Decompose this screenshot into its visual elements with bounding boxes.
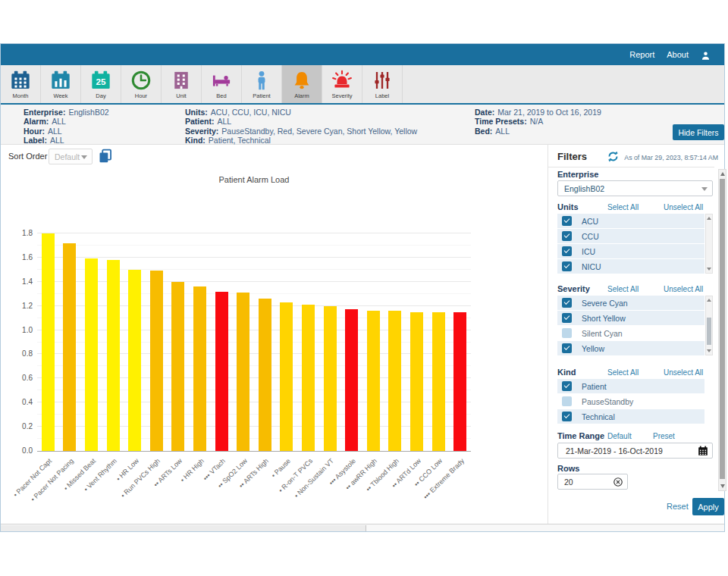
scroll-up-icon[interactable] [707, 217, 711, 220]
units-list-scrollbar[interactable] [705, 214, 713, 274]
horizontal-scrollbar-thumb[interactable] [1, 525, 366, 531]
time-range-preset-link[interactable]: Preset [653, 432, 675, 440]
units-unselect-all-link[interactable]: Unselect All [664, 203, 703, 211]
scroll-down-icon[interactable] [707, 268, 711, 271]
about-link[interactable]: About [667, 50, 689, 59]
filter-option-label: Silent Cyan [582, 329, 623, 338]
scrollbar-thumb[interactable] [707, 318, 711, 345]
gridline [37, 330, 471, 330]
bar [324, 306, 337, 451]
y-axis-label: 0.8 [10, 349, 33, 358]
filter-option-label: Technical [582, 412, 615, 421]
toolbar-item-severity[interactable]: Severity [322, 65, 362, 103]
scroll-down-icon[interactable] [707, 349, 711, 352]
y-axis-label: 0.4 [10, 398, 33, 406]
gridline [37, 245, 471, 246]
y-axis-label: 1.6 [10, 253, 33, 261]
user-icon[interactable] [701, 50, 711, 60]
kind-unselect-all-link[interactable]: Unselect All [664, 368, 703, 377]
sort-order-select[interactable]: Default [49, 149, 93, 164]
severity-select-all-link[interactable]: Select All [607, 285, 639, 293]
severity-icon [331, 69, 353, 92]
clear-icon[interactable] [613, 477, 623, 487]
scroll-up-icon[interactable] [720, 172, 725, 176]
checkbox[interactable] [562, 216, 572, 226]
vertical-scrollbar[interactable] [718, 169, 726, 491]
filter-summary-strip: Enterprise:EnglishB02Alarm:ALLHour:ALLLa… [1, 105, 724, 145]
toolbar-item-alarm[interactable]: Alarm [282, 65, 322, 103]
summary-field-value: ALL [495, 127, 510, 136]
toolbar-item-label: Patient [253, 92, 270, 99]
y-axis-label: 1.2 [10, 302, 33, 310]
summary-field: Severity:PauseStandby, Red, Severe Cyan,… [185, 127, 417, 136]
summary-field: Enterprise:EnglishB02 [24, 108, 109, 117]
rows-input[interactable]: 20 [557, 474, 628, 490]
scroll-down-icon[interactable] [720, 484, 725, 488]
toolbar-item-unit[interactable]: Unit [162, 65, 202, 103]
summary-field: Units:ACU, CCU, ICU, NICU [185, 108, 417, 117]
severity-list-scrollbar[interactable] [705, 296, 713, 355]
toolbar-item-month[interactable]: Month [1, 65, 41, 103]
kind-select-all-link[interactable]: Select All [607, 368, 639, 377]
reset-button[interactable]: Reset [667, 502, 689, 511]
filter-option-icu[interactable]: ICU [557, 244, 704, 258]
gridline [37, 233, 471, 233]
checkbox[interactable] [562, 246, 572, 256]
filter-option-short-yellow[interactable]: Short Yellow [557, 311, 704, 325]
units-select-all-link[interactable]: Select All [607, 203, 639, 211]
y-axis-label: 0.6 [10, 374, 33, 382]
summary-field-value: ALL [48, 127, 62, 136]
toolbar-item-patient[interactable]: Patient [242, 65, 282, 103]
gridline [37, 281, 471, 282]
filter-option-severe-cyan[interactable]: Severe Cyan [557, 296, 704, 310]
y-axis-label: 1.0 [10, 326, 33, 334]
vertical-scrollbar-thumb[interactable] [720, 179, 725, 479]
toolbar-item-week[interactable]: Week [41, 65, 81, 103]
checkbox[interactable] [562, 381, 572, 391]
filters-panel-title: Filters [557, 151, 587, 162]
scroll-up-icon[interactable] [707, 299, 711, 302]
checkbox[interactable] [562, 343, 572, 353]
toolbar-item-bed[interactable]: Bed [202, 65, 242, 103]
copy-icon[interactable] [98, 149, 113, 164]
y-axis-label: 0.2 [10, 422, 33, 430]
filter-option-technical[interactable]: Technical [557, 409, 704, 424]
patient-icon [250, 69, 273, 92]
gridline [37, 318, 471, 318]
filter-option-nicu[interactable]: NICU [557, 259, 704, 274]
enterprise-select[interactable]: EnglishB02 [557, 180, 713, 196]
filter-option-pausestandby[interactable]: PauseStandby [557, 394, 704, 409]
toolbar-item-label: Alarm [294, 92, 309, 99]
y-axis-label: 1.8 [10, 229, 33, 237]
time-range-input[interactable]: 21-Mar-2019 - 16-Oct-2019 [557, 443, 713, 459]
toolbar-item-hour[interactable]: Hour [121, 65, 162, 103]
horizontal-scrollbar[interactable] [1, 524, 724, 531]
severity-unselect-all-link[interactable]: Unselect All [664, 285, 703, 293]
checkbox[interactable] [562, 261, 572, 271]
time-range-default-link[interactable]: Default [607, 432, 632, 440]
checkbox[interactable] [562, 231, 572, 241]
unit-icon [170, 69, 193, 92]
checkbox[interactable] [562, 298, 572, 308]
report-link[interactable]: Report [629, 50, 654, 59]
toolbar-item-label: Label [375, 92, 389, 99]
gridline [37, 353, 471, 354]
filter-option-yellow[interactable]: Yellow [557, 341, 704, 355]
hide-filters-button[interactable]: Hide Filters [673, 124, 724, 140]
checkbox[interactable] [562, 396, 572, 406]
apply-button[interactable]: Apply [692, 498, 724, 515]
toolbar-item-day[interactable]: 25Day [81, 65, 121, 103]
gridline [37, 390, 471, 390]
week-icon [49, 69, 72, 92]
checkbox[interactable] [562, 412, 572, 421]
severity-label: Severity [557, 284, 590, 293]
toolbar-item-label[interactable]: Label [362, 65, 403, 103]
filter-option-acu[interactable]: ACU [557, 214, 704, 228]
filter-option-silent-cyan[interactable]: Silent Cyan [557, 326, 704, 340]
calendar-icon[interactable] [698, 446, 708, 456]
filter-option-patient[interactable]: Patient [557, 379, 704, 393]
filter-option-ccu[interactable]: CCU [557, 229, 704, 243]
checkbox[interactable] [562, 313, 572, 323]
checkbox[interactable] [562, 328, 572, 338]
bar [42, 233, 55, 451]
